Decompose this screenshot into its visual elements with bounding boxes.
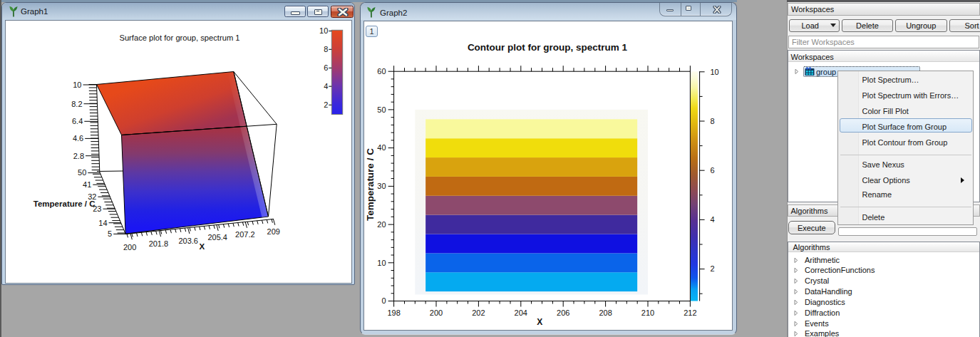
svg-text:4: 4	[324, 82, 328, 90]
svg-text:6.4: 6.4	[72, 117, 83, 125]
svg-text:4.6: 4.6	[73, 134, 83, 142]
svg-text:4: 4	[711, 215, 715, 224]
svg-text:8: 8	[324, 45, 328, 53]
svg-text:50: 50	[377, 105, 386, 114]
svg-text:50: 50	[78, 168, 86, 177]
svg-text:6: 6	[711, 166, 715, 175]
svg-text:8.2: 8.2	[71, 100, 82, 108]
svg-text:205.4: 205.4	[207, 233, 227, 242]
svg-text:212: 212	[684, 309, 696, 317]
svg-text:40: 40	[377, 143, 386, 152]
svg-text:60: 60	[377, 67, 386, 76]
svg-text:200: 200	[430, 309, 443, 317]
svg-text:0: 0	[381, 296, 386, 305]
svg-text:2: 2	[711, 264, 715, 273]
svg-text:X: X	[537, 317, 542, 327]
svg-text:203.6: 203.6	[178, 237, 198, 245]
svg-text:2: 2	[324, 100, 328, 109]
svg-text:200: 200	[123, 243, 136, 252]
svg-text:10: 10	[73, 81, 81, 89]
svg-text:209: 209	[267, 227, 280, 236]
svg-text:5: 5	[108, 229, 112, 238]
svg-text:198: 198	[387, 309, 400, 317]
svg-text:2.8: 2.8	[73, 152, 84, 160]
svg-text:210: 210	[641, 309, 654, 317]
svg-text:206: 206	[557, 309, 569, 317]
svg-text:14: 14	[98, 219, 107, 227]
svg-text:202: 202	[472, 309, 485, 317]
svg-text:207.2: 207.2	[235, 230, 255, 239]
svg-text:30: 30	[377, 182, 386, 190]
svg-text:41: 41	[83, 180, 91, 189]
svg-text:201.8: 201.8	[149, 239, 169, 248]
svg-text:6: 6	[324, 63, 328, 72]
svg-text:10: 10	[377, 259, 386, 267]
svg-text:8: 8	[711, 117, 715, 125]
svg-text:Contour plot for group, spectr: Contour plot for group, spectrum 1	[468, 42, 628, 53]
svg-text:20: 20	[377, 220, 386, 229]
svg-text:Surface plot for group, spectr: Surface plot for group, spectrum 1	[119, 33, 239, 42]
svg-text:204: 204	[515, 309, 527, 317]
svg-text:10: 10	[319, 26, 328, 35]
svg-text:208: 208	[599, 309, 612, 317]
svg-text:Temperature / C: Temperature / C	[365, 148, 376, 221]
svg-text:Temperature / C: Temperature / C	[33, 199, 96, 208]
svg-text:10: 10	[711, 68, 719, 76]
svg-text:X: X	[199, 242, 205, 251]
